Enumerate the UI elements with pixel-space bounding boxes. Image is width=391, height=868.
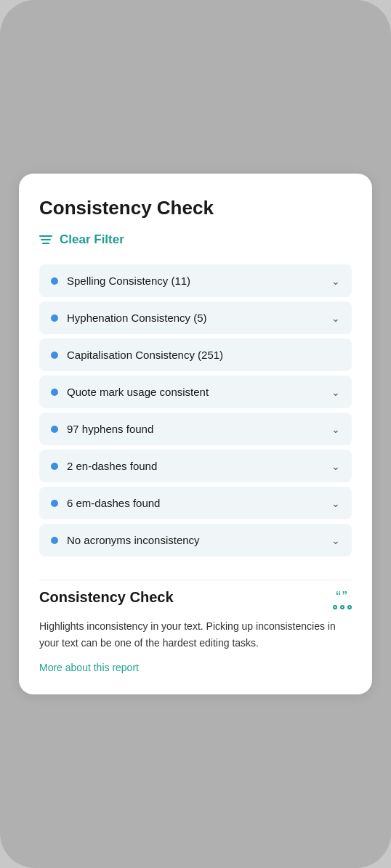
item-label: No acronyms inconsistency [67, 534, 200, 546]
chevron-down-icon: ⌄ [331, 498, 340, 509]
item-label: Hyphenation Consistency (5) [67, 312, 207, 324]
list-item-left: No acronyms inconsistency [51, 534, 200, 546]
status-dot [51, 352, 58, 359]
list-item-left: Spelling Consistency (11) [51, 275, 190, 287]
status-dot [51, 389, 58, 396]
item-label: 2 en-dashes found [67, 460, 157, 472]
list-item-left: 97 hyphens found [51, 423, 153, 435]
status-dot [51, 426, 58, 433]
status-dot [51, 500, 58, 507]
list-item[interactable]: Hyphenation Consistency (5) ⌄ [39, 301, 352, 334]
list-item-left: 6 em-dashes found [51, 497, 160, 509]
list-item[interactable]: Quote mark usage consistent ⌄ [39, 376, 352, 408]
item-label: 6 em-dashes found [67, 497, 160, 509]
main-card: Consistency Check Clear Filter Spelling … [19, 174, 372, 694]
list-item-left: Capitalisation Consistency (251) [51, 349, 223, 361]
item-label: Capitalisation Consistency (251) [67, 349, 223, 361]
list-item[interactable]: 6 em-dashes found ⌄ [39, 487, 352, 519]
list-item[interactable]: Capitalisation Consistency (251) [39, 338, 352, 371]
item-label: Quote mark usage consistent [67, 386, 209, 398]
section-divider [39, 556, 352, 580]
info-header: Consistency Check “” [39, 589, 352, 609]
list-item[interactable]: No acronyms inconsistency ⌄ [39, 524, 352, 556]
clear-filter-label: Clear Filter [60, 232, 124, 247]
status-dot [51, 537, 58, 544]
list-item-left: 2 en-dashes found [51, 460, 157, 472]
chevron-down-icon: ⌄ [331, 461, 340, 472]
quote-marks-icon: “” [336, 589, 348, 604]
list-item[interactable]: 2 en-dashes found ⌄ [39, 450, 352, 482]
chevron-down-icon: ⌄ [331, 386, 340, 398]
page-title: Consistency Check [39, 197, 352, 219]
info-section: Consistency Check “” Highlights inconsis… [39, 580, 352, 674]
list-item-left: Quote mark usage consistent [51, 386, 209, 398]
phone-container: Consistency Check Clear Filter Spelling … [0, 0, 391, 868]
more-about-link[interactable]: More about this report [39, 662, 139, 673]
list-item[interactable]: 97 hyphens found ⌄ [39, 413, 352, 445]
status-dot [51, 463, 58, 470]
status-dot [51, 277, 58, 285]
consistency-check-icon: “” [333, 589, 352, 609]
chevron-down-icon: ⌄ [331, 275, 340, 287]
item-label: 97 hyphens found [67, 423, 153, 435]
filter-icon [39, 235, 52, 244]
chevron-down-icon: ⌄ [331, 312, 340, 324]
info-title: Consistency Check [39, 589, 174, 606]
chevron-down-icon: ⌄ [331, 423, 340, 435]
status-dot [51, 315, 58, 322]
clear-filter-button[interactable]: Clear Filter [39, 232, 352, 247]
list-item[interactable]: Spelling Consistency (11) ⌄ [39, 264, 352, 297]
item-label: Spelling Consistency (11) [67, 275, 190, 287]
list-item-left: Hyphenation Consistency (5) [51, 312, 207, 324]
consistency-items-list: Spelling Consistency (11) ⌄ Hyphenation … [39, 264, 352, 556]
info-description: Highlights inconsistency in your text. P… [39, 618, 352, 651]
chevron-down-icon: ⌄ [331, 535, 340, 546]
dots-icon [333, 605, 352, 609]
